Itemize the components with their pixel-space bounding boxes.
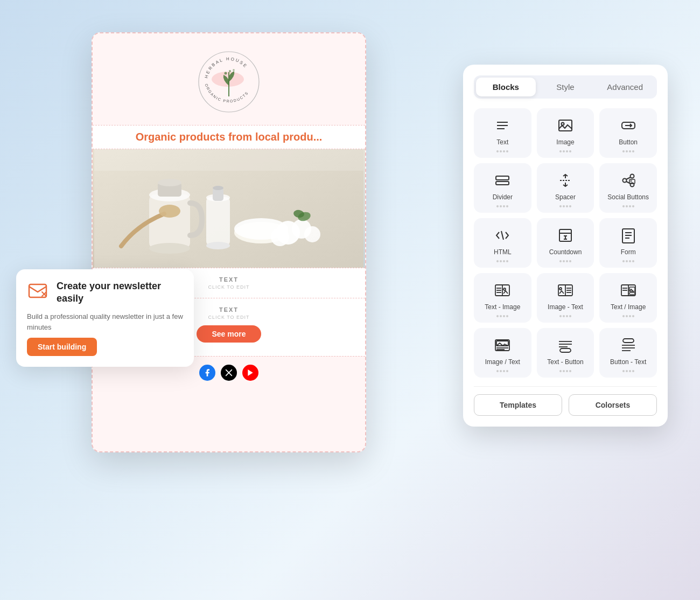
image-block-dots [559,150,571,152]
newsletter-image [93,149,365,268]
start-building-button[interactable]: Start building [27,338,97,356]
divider-block-icon [494,171,511,190]
svg-rect-85 [623,339,634,343]
svg-marker-30 [248,369,253,376]
newsletter-logo: HERBAL HOUSE ORGANIC PRODUCTS [197,50,261,114]
svg-point-2 [225,72,227,75]
svg-point-44 [622,179,626,183]
svg-rect-76 [629,292,635,295]
blocks-grid: Text Image [474,108,657,378]
promo-title: Create your newsletter easily [57,280,183,305]
svg-point-17 [206,242,230,249]
html-block-icon [494,226,511,245]
block-html[interactable]: HTML [474,218,531,268]
blocks-panel: Blocks Style Advanced Text [463,65,668,427]
image-text-block-dots [559,315,571,317]
text-button-block-icon [557,336,574,355]
text-image-block-dots [496,315,508,317]
svg-point-25 [271,228,289,246]
block-text[interactable]: Text [474,108,531,158]
text-image-block-icon [494,281,511,300]
block-countdown[interactable]: Countdown [537,218,594,268]
divider-block-label: Divider [493,193,513,201]
divider-block-dots [496,205,508,207]
text-slash-image-block-label: Text / Image [611,303,646,311]
image-text-block-label: Image - Text [548,303,583,311]
svg-point-10 [149,243,190,254]
block-form[interactable]: Form [599,218,657,268]
block-spacer[interactable]: Spacer [537,163,594,213]
image-text2-block-label: Image / Text [485,358,520,366]
tab-blocks[interactable]: Blocks [476,78,536,96]
text-image-block-label: Text - Image [485,303,520,311]
text-block-icon [494,116,511,135]
button-block-dots [622,150,634,152]
svg-point-4 [233,69,235,71]
promo-description: Build a professional quality newsletter … [27,311,183,332]
svg-point-48 [630,180,631,182]
text-slash-image-block-icon [620,281,637,300]
svg-rect-9 [149,194,190,248]
see-more-button[interactable]: See more [197,325,261,343]
block-text-button[interactable]: Text - Button [537,328,594,378]
svg-rect-39 [496,176,509,180]
svg-point-24 [304,226,320,242]
block-image-text[interactable]: Image - Text [537,273,594,323]
button-text-block-label: Button - Text [610,358,646,366]
svg-rect-16 [206,197,230,246]
text-button-block-dots [559,370,571,372]
countdown-block-icon [557,226,574,245]
templates-button[interactable]: Templates [474,394,562,416]
newsletter-icon [27,280,48,306]
text-block-label: Text [496,138,508,146]
panel-bottom-buttons: Templates Colorsets [474,386,657,416]
block-text-image[interactable]: Text - Image [474,273,531,323]
svg-point-14 [158,179,181,186]
twitter-icon[interactable] [221,365,237,381]
html-block-label: HTML [494,248,512,256]
svg-point-19 [213,186,223,190]
image-text2-block-icon [494,336,511,355]
svg-point-28 [159,205,180,218]
facebook-icon[interactable] [199,365,215,381]
form-block-dots [622,260,634,262]
colorsets-button[interactable]: Colorsets [569,394,657,416]
image-text-block-icon [557,281,574,300]
svg-rect-40 [496,182,509,185]
tab-advanced[interactable]: Advanced [595,78,655,96]
svg-point-64 [503,288,506,290]
svg-point-42 [630,175,634,178]
svg-point-3 [229,70,231,72]
social-block-label: Social Buttons [607,193,649,201]
youtube-icon[interactable] [242,365,258,381]
text-block-dots [496,150,508,152]
svg-point-36 [561,123,564,125]
text-button-block-label: Text - Button [547,358,583,366]
svg-point-67 [559,288,562,290]
block-divider[interactable]: Divider [474,163,531,213]
svg-line-49 [501,231,503,240]
block-button-text[interactable]: Button - Text [599,328,657,378]
newsletter-headline: Organic products from local produ... [93,125,365,149]
block-text-slash-image[interactable]: Text / Image [599,273,657,323]
block-button[interactable]: Button [599,108,657,158]
image-text2-block-dots [496,370,508,372]
form-block-icon [620,226,637,245]
block-image-text2[interactable]: Image / Text [474,328,531,378]
block-image[interactable]: Image [537,108,594,158]
countdown-block-dots [559,260,571,262]
social-block-dots [622,205,634,207]
html-block-dots [496,260,508,262]
button-block-label: Button [619,138,638,146]
social-block-icon [620,171,637,190]
tab-style[interactable]: Style [536,78,596,96]
svg-rect-84 [560,348,571,352]
svg-rect-31 [29,284,46,297]
promo-card: Create your newsletter easily Build a pr… [16,269,194,367]
newsletter-logo-area: HERBAL HOUSE ORGANIC PRODUCTS [93,33,365,125]
spacer-block-icon [557,171,574,190]
image-block-icon [557,116,574,135]
newsletter-preview: HERBAL HOUSE ORGANIC PRODUCTS Organic pr… [92,32,366,452]
form-block-label: Form [621,248,636,256]
block-social[interactable]: Social Buttons [599,163,657,213]
